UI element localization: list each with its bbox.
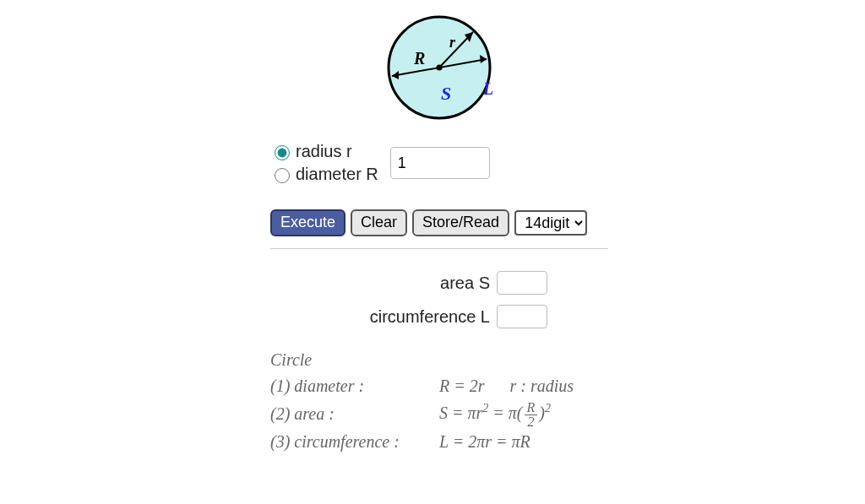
formula-2-prefix: S = πr (439, 404, 482, 422)
svg-point-6 (437, 65, 443, 71)
execute-button[interactable]: Execute (270, 209, 345, 236)
formula-line-2: (2) area : S = πr2 = π(R2)2 (270, 399, 608, 429)
radio-diameter[interactable]: diameter R (270, 165, 378, 184)
radio-diameter-input[interactable] (275, 168, 290, 183)
output-circumference-row: circumference L (270, 305, 608, 328)
output-circumference-label: circumference L (370, 307, 490, 327)
formula-2-lhs: (2) area : (270, 401, 431, 427)
input-mode-radios: radius r diameter R (270, 142, 378, 184)
output-area-label: area S (440, 274, 490, 293)
formula-line-3: (3) circumference : L = 2πr = πR (270, 429, 608, 455)
output-circumference-value (497, 305, 547, 328)
radio-diameter-label: diameter R (296, 165, 378, 184)
formula-2-fraction: R2 (525, 401, 538, 429)
outputs: area S circumference L (270, 271, 608, 328)
separator (270, 248, 608, 249)
formula-2-frac-den: 2 (525, 415, 536, 429)
formula-line-1: (1) diameter : R = 2r r : radius (270, 373, 608, 399)
formula-1-note: r : radius (510, 377, 574, 395)
page-root: R r S L radius r diameter R Execute (0, 0, 865, 504)
formula-2-suffix: ) (539, 404, 545, 422)
output-area-value (497, 271, 547, 295)
circle-diagram-svg: R r S L (380, 8, 498, 127)
radio-radius-label: radius r (296, 142, 352, 161)
precision-select[interactable]: 14digit (514, 210, 587, 236)
formula-2-mid: = π( (488, 404, 522, 422)
formula-1-lhs: (1) diameter : (270, 373, 431, 399)
formula-1-eq: R = 2r (439, 377, 485, 395)
value-input[interactable] (390, 147, 490, 179)
formula-3-lhs: (3) circumference : (270, 429, 431, 455)
diagram-label-r: r (449, 34, 456, 51)
input-row: radius r diameter R (270, 142, 608, 184)
radio-radius[interactable]: radius r (270, 142, 378, 161)
circle-diagram: R r S L (270, 8, 608, 127)
button-row: Execute Clear Store/Read 14digit (270, 209, 608, 236)
diagram-label-S: S (441, 83, 451, 104)
calculator-panel: R r S L radius r diameter R Execute (270, 8, 608, 455)
radio-radius-input[interactable] (275, 145, 290, 160)
formula-1-rhs: R = 2r r : radius (439, 373, 574, 399)
formula-title: Circle (270, 347, 608, 373)
store-read-button[interactable]: Store/Read (412, 209, 509, 236)
diagram-label-L: L (482, 79, 493, 98)
clear-button[interactable]: Clear (351, 209, 407, 236)
formula-3-rhs: L = 2πr = πR (439, 429, 530, 455)
formula-2-frac-num: R (525, 401, 538, 415)
diagram-label-R: R (413, 49, 425, 68)
formula-2-rhs: S = πr2 = π(R2)2 (439, 399, 551, 429)
output-area-row: area S (270, 271, 608, 295)
formula-block: Circle (1) diameter : R = 2r r : radius … (270, 347, 608, 455)
